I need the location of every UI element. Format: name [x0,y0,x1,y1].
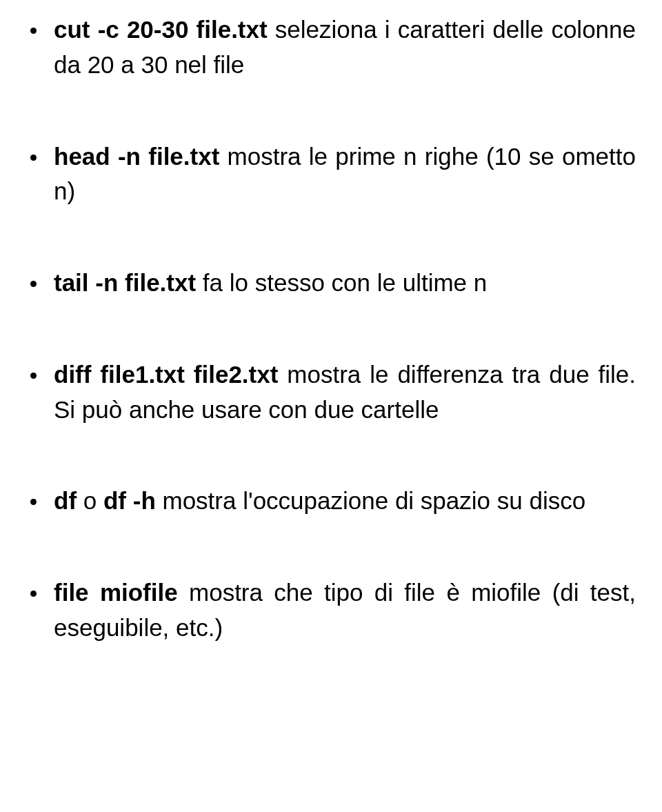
document-page: cut -c 20-30 file.txt seleziona i caratt… [0,0,662,673]
command-text: head -n file.txt [54,143,219,170]
command-text: cut -c 20-30 file.txt [54,16,268,43]
command-list: cut -c 20-30 file.txt seleziona i caratt… [26,12,636,646]
list-item: head -n file.txt mostra le prime n righe… [26,139,636,210]
command-text: tail -n file.txt [54,269,196,296]
list-item: file miofile mostra che tipo di file è m… [26,575,636,646]
mid-text: o [77,487,103,514]
list-item: tail -n file.txt fa lo stesso con le ult… [26,266,636,301]
command-text-2: df -h [103,487,156,514]
command-text: file miofile [54,579,178,606]
list-item: diff file1.txt file2.txt mostra le diffe… [26,357,636,428]
description-text: fa lo stesso con le ultime n [196,269,487,296]
command-text: diff file1.txt file2.txt [54,361,278,388]
list-item: cut -c 20-30 file.txt seleziona i caratt… [26,12,636,83]
command-text: df [54,487,77,514]
description-text: mostra l'occupazione di spazio su disco [156,487,585,514]
list-item: df o df -h mostra l'occupazione di spazi… [26,484,636,519]
